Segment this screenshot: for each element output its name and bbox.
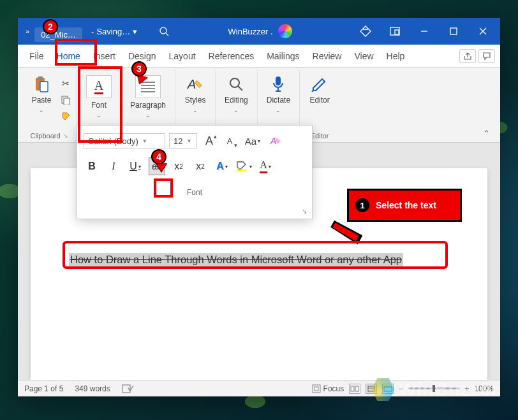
svg-rect-16	[276, 76, 281, 85]
font-name-combo[interactable]: Calibri (Body)▼	[84, 133, 165, 148]
find-icon	[227, 75, 245, 93]
callout-text: Select the text	[376, 200, 436, 210]
tab-layout[interactable]: Layout	[163, 45, 202, 68]
chevron-down-icon: ▼	[142, 138, 147, 144]
editing-label: Editing	[225, 96, 248, 105]
step-marker-2: 2	[43, 19, 58, 34]
change-case-button[interactable]: Aa▾	[242, 133, 263, 148]
dictate-label: Dictate	[267, 96, 290, 105]
dialog-launcher-icon[interactable]: ↘	[63, 133, 68, 139]
chevron-down-icon: ▾	[133, 27, 137, 36]
cut-button[interactable]: ✂	[59, 76, 73, 91]
svg-line-15	[238, 86, 242, 91]
page-indicator[interactable]: Page 1 of 5	[24, 384, 63, 393]
tab-insert[interactable]: Insert	[87, 45, 122, 68]
qat-overflow-icon[interactable]: »	[26, 27, 29, 35]
app-name: WinBuzzer .	[228, 27, 273, 36]
microphone-icon	[269, 75, 287, 93]
search-icon[interactable]	[159, 26, 169, 36]
text-effects-button[interactable]: A▾	[214, 157, 230, 175]
group-label: Editor	[311, 132, 329, 140]
superscript-button[interactable]: x2	[192, 157, 209, 175]
font-color-button[interactable]: A▾	[257, 157, 274, 175]
read-mode-icon[interactable]	[349, 384, 360, 394]
step-number: 1	[355, 198, 369, 212]
italic-button[interactable]: I	[105, 157, 122, 175]
editor-icon	[311, 75, 329, 93]
paste-label: Paste	[32, 96, 52, 105]
font-label: Font	[91, 101, 107, 110]
format-painter-button[interactable]	[59, 110, 73, 124]
font-color-icon: A	[86, 75, 112, 98]
diamond-icon[interactable]	[351, 18, 380, 45]
tab-review[interactable]: Review	[306, 45, 348, 68]
document-name[interactable]: 02_Mic…	[34, 27, 82, 42]
editor-label: Editor	[309, 96, 329, 105]
sep: -	[91, 27, 94, 36]
font-group-button[interactable]: A Font ⌄	[81, 73, 117, 121]
font-flyout: Calibri (Body)▼ 12▼ A▴ A▾ Aa▾ A B I U▾ a…	[77, 125, 313, 219]
focus-icon[interactable]: Focus	[312, 384, 344, 393]
dialog-launcher-icon[interactable]: ↘	[302, 208, 307, 215]
svg-line-1	[166, 33, 168, 36]
svg-text:A: A	[186, 76, 196, 91]
styles-icon: A	[186, 75, 204, 93]
tab-home[interactable]: Home	[50, 45, 87, 68]
chevron-down-icon: ⌄	[96, 112, 101, 119]
comments-button[interactable]	[478, 49, 495, 63]
collapse-ribbon-icon[interactable]: ⌃	[477, 125, 496, 142]
account-avatar-icon[interactable]	[278, 24, 292, 38]
step-marker-4: 4	[151, 149, 166, 164]
window-layout-icon[interactable]	[380, 18, 410, 45]
close-button[interactable]	[468, 18, 498, 45]
svg-rect-20	[351, 386, 354, 391]
minimize-button[interactable]	[410, 18, 439, 45]
status-text: Saving…	[96, 27, 130, 36]
paragraph-group-button[interactable]: Paragraph ⌄	[125, 73, 171, 121]
svg-rect-3	[395, 30, 399, 34]
tab-view[interactable]: View	[348, 45, 380, 68]
tab-help[interactable]: Help	[380, 45, 411, 68]
group-label: Clipboard	[30, 132, 60, 140]
flyout-label: Font	[84, 188, 306, 197]
clear-formatting-button[interactable]: A	[267, 133, 284, 148]
bold-button[interactable]: B	[84, 157, 100, 175]
word-count[interactable]: 349 words	[75, 384, 110, 393]
chevron-down-icon: ⌄	[193, 107, 198, 113]
tab-mailings[interactable]: Mailings	[260, 45, 306, 68]
titlebar: » 02_Mic… - Saving… ▾ WinBuzzer .	[18, 18, 500, 45]
chevron-down-icon: ⌄	[233, 107, 239, 113]
share-button[interactable]	[459, 49, 476, 63]
chevron-down-icon: ⌄	[145, 112, 151, 119]
subscript-button[interactable]: x2	[170, 157, 187, 175]
font-size-combo[interactable]: 12▼	[169, 133, 197, 148]
spellcheck-icon[interactable]	[122, 384, 133, 393]
styles-button[interactable]: A Styles ⌄	[179, 73, 211, 116]
svg-rect-21	[355, 386, 359, 391]
focus-label: Focus	[323, 384, 344, 393]
font-name-value: Calibri (Body)	[88, 136, 138, 146]
underline-button[interactable]: U▾	[127, 157, 144, 175]
styles-label: Styles	[185, 96, 206, 105]
maximize-button[interactable]	[439, 18, 468, 45]
save-status[interactable]: - Saving… ▾	[87, 27, 141, 36]
tab-references[interactable]: References	[202, 45, 261, 68]
svg-rect-19	[314, 387, 318, 391]
editing-button[interactable]: Editing ⌄	[219, 73, 253, 116]
svg-rect-27	[237, 170, 246, 171]
chevron-down-icon: ⌄	[39, 107, 44, 113]
tab-file[interactable]: File	[23, 45, 50, 68]
ribbon-tabs: File Home Insert Design Layout Reference…	[18, 45, 500, 68]
chevron-down-icon: ▼	[186, 138, 191, 144]
copy-button[interactable]	[59, 93, 73, 107]
selected-text[interactable]: How to Draw a Line Through Words in Micr…	[69, 253, 403, 266]
paste-button[interactable]: Paste ⌄	[26, 73, 57, 116]
grow-font-button[interactable]: A▴	[201, 133, 218, 148]
highlight-button[interactable]: ▾	[235, 157, 252, 175]
callout-select-text: 1 Select the text	[347, 189, 462, 222]
svg-rect-5	[450, 28, 457, 34]
shrink-font-button[interactable]: A▾	[221, 133, 238, 148]
dictate-button[interactable]: Dictate ⌄	[262, 73, 295, 116]
watermark: WinBuzzer	[371, 378, 499, 401]
editor-button[interactable]: Editor	[304, 73, 336, 107]
